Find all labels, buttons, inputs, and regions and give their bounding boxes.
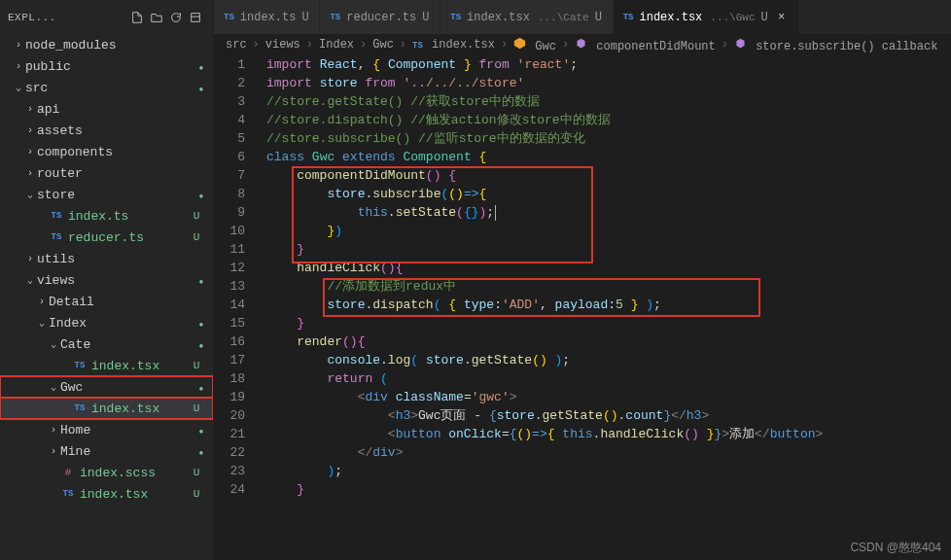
code-editor[interactable]: 123456789101112131415161718192021222324 …: [214, 55, 951, 560]
new-file-icon[interactable]: [127, 8, 147, 27]
folder-item[interactable]: ⌄Cate: [0, 333, 213, 355]
editor-tab[interactable]: TSindex.tsx...\CateU: [440, 0, 613, 34]
line-number: 17: [214, 351, 245, 369]
typescript-icon: TS: [623, 13, 634, 22]
code-line[interactable]: import React, { Component } from 'react'…: [263, 55, 951, 74]
separator-icon: ›: [562, 38, 569, 52]
breadcrumb-label: Gwc: [528, 40, 556, 53]
folder-item[interactable]: ›utils: [0, 248, 213, 269]
breadcrumb-label: componentDidMount: [589, 40, 716, 53]
line-number: 22: [214, 443, 245, 462]
line-number: 18: [214, 369, 245, 388]
watermark: CSDN @憨憨404: [850, 540, 941, 556]
typescript-icon: TS: [49, 211, 64, 221]
code-line[interactable]: //store.getState() //获取store中的数据: [263, 92, 951, 111]
code-line[interactable]: this.setState({});: [263, 203, 951, 222]
tab-status: U: [761, 11, 769, 24]
folder-item[interactable]: ›router: [0, 162, 213, 184]
typescript-icon: TS: [450, 13, 461, 22]
breadcrumb-item[interactable]: TS index.tsx: [412, 38, 495, 52]
code-line[interactable]: );: [263, 462, 951, 480]
breadcrumb-item[interactable]: Gwc: [513, 37, 556, 53]
breadcrumb-item[interactable]: store.subscribe() callback: [734, 37, 937, 53]
code-line[interactable]: }: [263, 480, 951, 499]
modified-dot: [197, 188, 205, 202]
line-number: 11: [214, 240, 245, 259]
editor-tab[interactable]: TSindex.tsU: [214, 0, 320, 34]
modified-dot: [197, 444, 205, 459]
file-item[interactable]: TSreducer.tsU: [0, 227, 213, 248]
tab-path: ...\Gwc: [710, 12, 755, 23]
separator-icon: ›: [360, 38, 367, 52]
item-label: reducer.ts: [68, 230, 188, 245]
editor-tab[interactable]: TSreducer.tsU: [320, 0, 440, 34]
code-line[interactable]: <h3>Gwc页面 - {store.getState().count}</h3…: [263, 406, 951, 425]
callback-icon: [734, 37, 747, 50]
code-line[interactable]: //store.dispatch() //触发action修改store中的数据: [263, 111, 951, 129]
code-line[interactable]: </div>: [263, 443, 951, 462]
code-line[interactable]: }: [263, 314, 951, 332]
breadcrumb-item[interactable]: Gwc: [372, 38, 394, 52]
file-item[interactable]: TSindex.tsU: [0, 205, 213, 227]
collapse-icon[interactable]: [186, 8, 205, 27]
folder-item[interactable]: ⌄store: [0, 184, 213, 205]
tab-status: U: [595, 11, 603, 24]
item-label: Gwc: [60, 380, 197, 395]
refresh-icon[interactable]: [166, 8, 186, 27]
code-line[interactable]: render(){: [263, 332, 951, 351]
editor-area: TSindex.tsUTSreducer.tsUTSindex.tsx...\C…: [214, 0, 951, 560]
code-line[interactable]: //store.subscribe() //监听store中的数据的变化: [263, 129, 951, 148]
folder-item[interactable]: ⌄Gwc: [0, 376, 213, 398]
file-item[interactable]: TSindex.tsxU: [0, 483, 213, 505]
breadcrumb-label: index.tsx: [425, 38, 495, 52]
tab-status: U: [422, 11, 430, 24]
folder-item[interactable]: ›Detail: [0, 291, 213, 312]
breadcrumb-item[interactable]: componentDidMount: [575, 37, 716, 53]
folder-item[interactable]: ⌄views: [0, 269, 213, 291]
folder-item[interactable]: ⌄Index: [0, 312, 213, 333]
line-number: 1: [214, 55, 245, 74]
folder-item[interactable]: ›node_modules: [0, 34, 213, 55]
close-icon[interactable]: ×: [775, 11, 789, 24]
chevron-icon: ⌄: [47, 338, 60, 350]
file-item[interactable]: TSindex.tsxU: [0, 398, 213, 419]
folder-item[interactable]: ›components: [0, 141, 213, 162]
file-item[interactable]: TSindex.tsxU: [0, 355, 213, 376]
breadcrumb-item[interactable]: Index: [319, 38, 354, 52]
item-label: components: [37, 145, 205, 159]
code-line[interactable]: <button onClick={()=>{ this.handleClick(…: [263, 425, 951, 443]
folder-item[interactable]: ›Mine: [0, 440, 213, 462]
breadcrumb[interactable]: src› views› Index› Gwc›TS index.tsx› Gwc…: [214, 34, 951, 55]
tab-path: ...\Cate: [538, 12, 589, 23]
git-status: U: [188, 488, 205, 500]
breadcrumb-item[interactable]: src: [226, 38, 247, 52]
code-line[interactable]: store.subscribe(()=>{: [263, 185, 951, 203]
code-line[interactable]: import store from '../../../store': [263, 74, 951, 92]
item-label: utils: [37, 252, 205, 266]
code-line[interactable]: }): [263, 222, 951, 240]
code-line[interactable]: return (: [263, 369, 951, 388]
chevron-icon: ⌄: [23, 274, 37, 286]
breadcrumb-item[interactable]: views: [265, 38, 300, 52]
folder-item[interactable]: ⌄src: [0, 77, 213, 98]
separator-icon: ›: [253, 38, 260, 52]
code-line[interactable]: store.dispatch( { type:'ADD', payload:5 …: [263, 296, 951, 314]
code-line[interactable]: <div className='gwc'>: [263, 388, 951, 406]
folder-item[interactable]: ›public: [0, 55, 213, 77]
code-content[interactable]: import React, { Component } from 'react'…: [263, 55, 951, 560]
code-line[interactable]: componentDidMount() {: [263, 166, 951, 185]
folder-item[interactable]: ›api: [0, 98, 213, 120]
code-line[interactable]: //添加数据到redux中: [263, 277, 951, 296]
code-line[interactable]: handleClick(){: [263, 259, 951, 277]
code-line[interactable]: }: [263, 240, 951, 259]
file-item[interactable]: #index.scssU: [0, 462, 213, 483]
folder-item[interactable]: ›Home: [0, 419, 213, 440]
file-tree[interactable]: ›node_modules›public⌄src›api›assets›comp…: [0, 34, 213, 560]
new-folder-icon[interactable]: [147, 8, 166, 27]
code-line[interactable]: console.log( store.getState() );: [263, 351, 951, 369]
modified-dot: [197, 380, 205, 395]
typescript-icon: TS: [49, 232, 64, 242]
editor-tab[interactable]: TSindex.tsx...\GwcU×: [614, 0, 799, 34]
code-line[interactable]: class Gwc extends Component {: [263, 148, 951, 166]
folder-item[interactable]: ›assets: [0, 120, 213, 141]
